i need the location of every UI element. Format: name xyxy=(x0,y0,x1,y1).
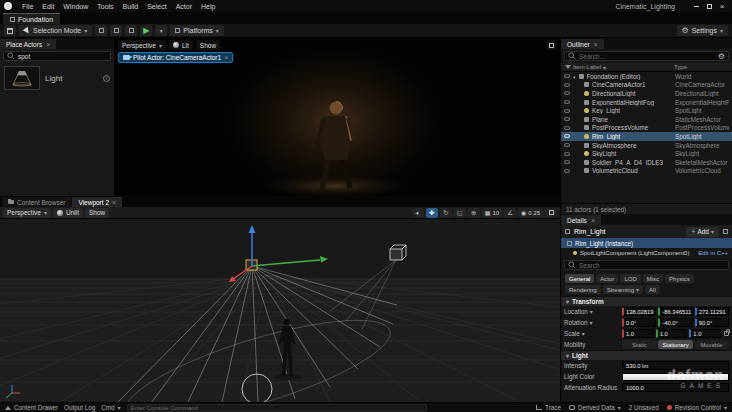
visibility-eye-icon[interactable] xyxy=(564,91,570,95)
viewport2-unlit-button[interactable]: Unlit xyxy=(53,208,83,218)
tab-all[interactable]: All xyxy=(645,285,660,294)
outliner-row-cinecamera[interactable]: CineCameraActor1 CineCameraActor xyxy=(561,81,732,90)
visibility-eye-icon[interactable] xyxy=(564,117,570,121)
tab-content-browser[interactable]: Content Browser xyxy=(2,197,71,207)
select-tool-button[interactable] xyxy=(412,208,424,218)
outliner-row-postprocess[interactable]: PostProcessVolume PostProcessVolume xyxy=(561,124,732,133)
trace-button[interactable]: Trace xyxy=(536,404,561,411)
menu-build[interactable]: Build xyxy=(119,3,143,10)
attenuation-field[interactable]: 1000.0 xyxy=(622,383,729,392)
viewport1-lit-button[interactable]: Lit xyxy=(169,40,193,50)
location-y-field[interactable]: -86.346511 xyxy=(658,307,692,316)
visibility-eye-icon[interactable] xyxy=(564,143,570,147)
outliner-settings-icon[interactable] xyxy=(718,52,725,61)
menu-actor[interactable]: Actor xyxy=(172,3,196,10)
add-component-button[interactable]: Add xyxy=(686,227,719,237)
rotation-z-field[interactable]: 90.0° xyxy=(695,318,729,327)
derived-data-button[interactable]: Derived Data xyxy=(569,404,621,411)
outliner-search-input[interactable] xyxy=(579,53,715,60)
visibility-eye-icon[interactable] xyxy=(564,74,570,78)
maximize-button[interactable] xyxy=(703,1,715,11)
tab-rendering[interactable]: Rendering xyxy=(565,285,601,294)
outliner-row-keylight[interactable]: Key_Light SpotLight xyxy=(561,106,732,115)
blueprints-button[interactable] xyxy=(110,25,122,36)
visibility-eye-icon[interactable] xyxy=(564,109,570,113)
eject-pilot-icon[interactable] xyxy=(224,54,228,61)
unsaved-button[interactable]: 2 Unsaved xyxy=(629,404,659,411)
viewport1-show-button[interactable]: Show xyxy=(196,40,220,50)
play-button[interactable] xyxy=(140,25,152,36)
revision-control-button[interactable]: Revision Control xyxy=(667,404,727,411)
tab-outliner[interactable]: Outliner xyxy=(561,39,604,49)
cinematics-button[interactable] xyxy=(125,25,137,36)
mobility-static-button[interactable]: Static xyxy=(622,340,657,349)
close-icon[interactable] xyxy=(594,41,598,48)
menu-help[interactable]: Help xyxy=(197,3,219,10)
visibility-eye-icon[interactable] xyxy=(564,100,570,104)
visibility-eye-icon[interactable] xyxy=(564,134,570,138)
tab-details[interactable]: Details xyxy=(561,215,601,225)
output-log-button[interactable]: Output Log xyxy=(64,404,95,411)
add-actor-button[interactable] xyxy=(95,25,107,36)
info-icon[interactable]: i xyxy=(103,75,110,82)
visibility-eye-icon[interactable] xyxy=(564,160,570,164)
scale-y-field[interactable]: 1.0 xyxy=(656,329,688,338)
content-drawer-button[interactable]: Content Drawer xyxy=(5,404,58,411)
platforms-select[interactable]: Platforms xyxy=(170,25,224,36)
cmd-select[interactable]: Cmd xyxy=(101,404,120,411)
viewport-2[interactable] xyxy=(0,219,560,402)
details-search[interactable] xyxy=(564,260,729,270)
tab-actor[interactable]: Actor xyxy=(596,274,618,283)
menu-tools[interactable]: Tools xyxy=(93,3,117,10)
outliner-row-skyatmosphere[interactable]: SkyAtmosphere SkyAtmosphere xyxy=(561,141,732,150)
viewport-1[interactable]: Perspective Lit Show Pilot Actor: CineCa… xyxy=(115,38,560,196)
close-icon[interactable] xyxy=(46,41,50,48)
outliner-row-plane[interactable]: Plane StaticMeshActor xyxy=(561,115,732,124)
editor-mode-select[interactable]: Selection Mode xyxy=(19,25,92,36)
outliner-row-soldier[interactable]: Soldier_P4_A_D4_IDLE3 SkeletalMeshActor xyxy=(561,158,732,167)
console-command-input[interactable] xyxy=(131,405,423,411)
scale-x-field[interactable]: 1.0 xyxy=(622,329,654,338)
menu-edit[interactable]: Edit xyxy=(38,3,58,10)
tab-streaming[interactable]: Streaming xyxy=(603,285,643,294)
place-actor-light-item[interactable]: Light i xyxy=(4,66,110,90)
rotation-label[interactable]: Rotation xyxy=(564,319,620,326)
camera-speed-button[interactable]: 0.25 xyxy=(518,208,543,218)
tab-lod[interactable]: LOD xyxy=(620,274,640,283)
outliner-row-foundation[interactable]: Foundation (Editor) World xyxy=(561,72,732,81)
scale-z-field[interactable]: 1.0 xyxy=(689,329,721,338)
expander-icon[interactable] xyxy=(573,73,576,80)
close-icon[interactable] xyxy=(112,199,116,206)
menu-select[interactable]: Select xyxy=(143,3,170,10)
tab-general[interactable]: General xyxy=(565,274,594,283)
edit-in-cpp-link[interactable]: Edit in C++ xyxy=(698,250,728,256)
lock-icon[interactable] xyxy=(724,331,729,336)
outliner-row-directionallight[interactable]: DirectionalLight DirectionalLight xyxy=(561,89,732,98)
location-label[interactable]: Location xyxy=(564,308,620,315)
outliner-row-heightfog[interactable]: ExponentialHeightFog ExponentialHeightFo… xyxy=(561,98,732,107)
console-command-box[interactable] xyxy=(127,404,427,412)
visibility-eye-icon[interactable] xyxy=(564,126,570,130)
visibility-eye-icon[interactable] xyxy=(564,152,570,156)
outliner-row-rimlight[interactable]: Rim_Light SpotLight xyxy=(561,132,732,141)
level-tab-foundation[interactable]: Foundation xyxy=(3,13,60,24)
light-color-swatch[interactable] xyxy=(622,373,729,381)
instance-row[interactable]: Rim_Light (Instance) xyxy=(561,238,732,248)
visibility-eye-icon[interactable] xyxy=(564,169,570,173)
menu-file[interactable]: File xyxy=(18,3,37,10)
column-type[interactable]: Type xyxy=(674,64,728,70)
pilot-actor-bar[interactable]: Pilot Actor: CineCameraActor1 xyxy=(118,52,233,63)
move-tool-button[interactable] xyxy=(426,208,438,218)
grid-snap-button[interactable]: 10 xyxy=(482,208,502,218)
tab-physics[interactable]: Physics xyxy=(665,274,694,283)
column-item-label[interactable]: Item Label xyxy=(565,64,674,71)
tab-misc[interactable]: Misc xyxy=(643,274,663,283)
viewport1-maximize-button[interactable] xyxy=(546,40,557,50)
rotate-tool-button[interactable] xyxy=(440,208,452,218)
settings-button[interactable]: Settings xyxy=(677,25,728,36)
scale-tool-button[interactable] xyxy=(454,208,466,218)
mobility-stationary-button[interactable]: Stationary xyxy=(658,340,693,349)
outliner-row-volumetriccloud[interactable]: VolumetricCloud VolumetricCloud xyxy=(561,167,732,176)
component-row[interactable]: SpotLightComponent (LightComponent0) Edi… xyxy=(561,248,732,258)
save-button[interactable] xyxy=(4,25,16,36)
